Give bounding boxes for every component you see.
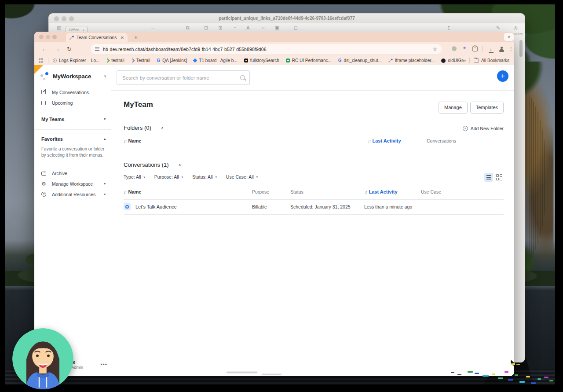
folders-last-activity-column[interactable]: ↓↑Last Activity — [368, 138, 427, 143]
workspace-switcher[interactable]: MyWorkspace ∨ — [40, 72, 106, 80]
new-tab-button[interactable]: + — [132, 33, 140, 41]
bookmark-t1-board[interactable]: T1 board - Agile b... — [194, 58, 237, 63]
bookmark-fullstory[interactable]: fullstorySearch — [244, 58, 279, 63]
square-icon — [41, 100, 47, 106]
collapse-chevron-icon[interactable]: ∧ — [161, 126, 164, 130]
downloads-icon[interactable]: ↓ — [487, 45, 494, 52]
apps-grid-icon[interactable] — [39, 58, 44, 63]
github-icon — [441, 59, 446, 63]
create-conversation-button[interactable]: + — [497, 70, 508, 82]
remesh-dashboard: MyWorkspace ∨ My Conversations Upcoming … — [34, 65, 514, 376]
collapse-chevron-icon[interactable]: ∧ — [179, 163, 182, 167]
conversation-name-cell[interactable]: Let's Talk Audience — [124, 203, 252, 210]
list-icon — [486, 177, 491, 178]
manage-button[interactable]: Manage — [439, 102, 468, 114]
sidebar-divider — [34, 129, 111, 130]
forward-button[interactable]: → — [53, 45, 61, 53]
col-status[interactable]: Status — [290, 189, 364, 194]
profile-icon[interactable] — [498, 45, 505, 52]
list-view-button[interactable] — [484, 173, 493, 182]
conversations-heading: Conversations (1) — [124, 161, 169, 168]
bookmark-testrail[interactable]: testrail — [106, 58, 124, 63]
col-name[interactable]: ↓↑Name — [124, 189, 252, 194]
menu-dots-icon[interactable]: ⋮ — [508, 45, 515, 52]
filter-use-case[interactable]: Use Case: All∨ — [226, 174, 258, 180]
chevron-down-icon: ∨ — [256, 175, 258, 179]
gear-icon: ⚙ — [41, 181, 47, 187]
bookmark-star-icon[interactable]: ☆ — [432, 46, 437, 52]
folder-icon — [474, 59, 479, 62]
sidebar-section-my-teams[interactable]: My Teams ▾ — [41, 117, 106, 122]
reload-button[interactable]: ↻ — [65, 45, 73, 53]
bookmark-logs-explorer[interactable]: Logs Explorer – Lo... — [53, 58, 99, 63]
sidebar-section-favorites[interactable]: Favorites ▴ — [41, 136, 106, 142]
col-last-activity[interactable]: ↓↑Last Activity — [364, 189, 421, 194]
zoom-traffic-light[interactable] — [52, 35, 57, 39]
sidebar-divider — [34, 163, 111, 163]
extension-flower-icon[interactable]: * — [461, 45, 468, 52]
folders-name-column[interactable]: ↓↑Name — [124, 138, 368, 143]
testrail-icon — [130, 58, 135, 62]
add-new-folder-button[interactable]: + Add New Folder — [463, 126, 504, 131]
text-icon: A — [245, 25, 252, 30]
bookmarks-overflow-icon[interactable]: » — [464, 58, 466, 63]
webcam-bubble[interactable] — [12, 328, 73, 389]
templates-button[interactable]: Templates — [470, 102, 504, 114]
all-bookmarks-button[interactable]: All Bookmarks — [474, 58, 509, 63]
triangle-down-icon: ▾ — [104, 182, 106, 186]
site-settings-icon[interactable] — [95, 47, 99, 51]
col-use-case[interactable]: Use Case — [421, 189, 504, 194]
bookmark-dsl-cleanup[interactable]: Gdsl_cleanup_shut... — [338, 58, 382, 63]
extension-icon[interactable] — [450, 45, 457, 52]
bookmark-testrail-2[interactable]: Testrail — [131, 58, 150, 63]
scrollbar-thumb[interactable] — [519, 40, 523, 57]
sidebar-item-my-conversations[interactable]: My Conversations — [34, 87, 111, 98]
search-field[interactable] — [117, 70, 250, 85]
bookmark-iframe-placeholder[interactable]: Iframe placeholder... — [388, 58, 435, 63]
close-traffic-light[interactable] — [39, 35, 44, 39]
pivot-table-icon: ⧉ — [179, 25, 197, 30]
comment-icon: ◻ — [288, 25, 304, 30]
chevron-down-icon: ∨ — [181, 175, 183, 179]
browser-tab[interactable]: Team Conversations ✕ — [66, 33, 128, 42]
browser-window: Team Conversations ✕ + ∨ ← → ↻ hb-dev.re… — [34, 32, 514, 376]
bookmarks-separator — [469, 58, 470, 63]
col-purpose[interactable]: Purpose — [252, 189, 290, 194]
bookmark-rc-ui[interactable]: RC UI Performanc... — [286, 58, 332, 63]
remesh-favicon-icon — [388, 59, 392, 62]
tab-search-chevron-icon[interactable]: ∨ — [504, 33, 514, 41]
filter-purpose[interactable]: Purpose: All∨ — [154, 174, 183, 180]
bookmark-qa-jenkins[interactable]: GQA [Jenkins] — [157, 58, 187, 63]
triangle-down-icon: ▾ — [104, 117, 106, 121]
bookmark-github[interactable]: oldUIGreen&Black — [441, 58, 463, 63]
user-menu-dots-icon[interactable]: ••• — [100, 362, 107, 368]
edit-icon — [41, 90, 47, 95]
bookmarks-bar: Logs Explorer – Lo... testrail Testrail … — [34, 56, 514, 65]
extensions-puzzle-icon[interactable] — [472, 45, 479, 52]
conversation-row[interactable]: Let's Talk Audience Billable Scheduled: … — [124, 200, 504, 214]
folders-conversations-column[interactable]: Conversations — [427, 138, 504, 143]
favorites-hint-text: Favorite a conversation or folder by sel… — [41, 146, 105, 158]
sidebar-item-additional-resources[interactable]: ? Additional Resources ▾ — [34, 189, 106, 200]
conversations-table-header: ↓↑Name Purpose Status ↓↑Last Activity Us… — [124, 187, 504, 196]
search-input[interactable] — [121, 75, 240, 81]
help-icon: ? — [41, 192, 47, 198]
back-button[interactable]: ← — [40, 45, 49, 53]
table-divider — [124, 214, 504, 215]
workspace-name: MyWorkspace — [53, 73, 104, 80]
search-row: + — [111, 65, 514, 91]
organize-icon: ◎ — [508, 25, 523, 30]
address-bar[interactable]: hb-dev.remesh.chat/dashboard/team/8eb7cf… — [91, 44, 442, 54]
grid-view-button[interactable] — [495, 173, 504, 182]
filter-status[interactable]: Status: All∨ — [192, 174, 217, 180]
sidebar-item-upcoming[interactable]: Upcoming — [34, 98, 111, 108]
sidebar-item-archive[interactable]: Archive — [34, 168, 111, 179]
chevron-down-icon: ∨ — [143, 175, 146, 179]
tab-close-icon[interactable]: ✕ — [121, 35, 124, 40]
url-text[interactable]: hb-dev.remesh.chat/dashboard/team/8eb7cf… — [103, 47, 432, 52]
view-toggle — [484, 173, 504, 182]
sidebar-item-manage-workspace[interactable]: ⚙ Manage Workspace ▾ — [34, 179, 106, 189]
minimize-traffic-light[interactable] — [46, 35, 50, 39]
conversation-filters: Type: All∨ Purpose: All∨ Status: All∨ Us… — [124, 174, 258, 180]
filter-type[interactable]: Type: All∨ — [124, 174, 146, 180]
